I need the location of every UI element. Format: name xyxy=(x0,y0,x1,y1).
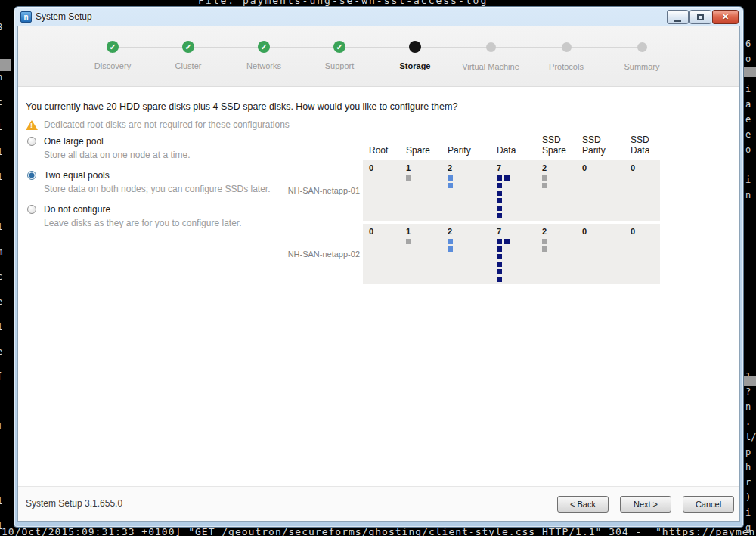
disk-count: 0 xyxy=(369,163,400,174)
version-text: System Setup 3.1.655.0 xyxy=(26,498,122,509)
disk-icon xyxy=(504,239,510,244)
table-row: NH-SAN-netapp-020127200 xyxy=(287,224,660,284)
disk-icon xyxy=(497,269,502,274)
option-description: Leave disks as they are for you to confi… xyxy=(44,218,241,228)
option-description: Store data on both nodes; you can config… xyxy=(44,184,271,194)
option-label[interactable]: Do not configure xyxy=(44,204,241,215)
cancel-button[interactable]: Cancel xyxy=(683,496,734,513)
disk-count: 2 xyxy=(542,227,576,237)
column-header: Root xyxy=(363,131,400,156)
disk-icon xyxy=(497,262,502,267)
disk-count: 1 xyxy=(406,227,442,237)
titlebar[interactable]: n System Setup ✕ xyxy=(17,7,740,26)
radio-two-equal-pools[interactable] xyxy=(27,171,36,180)
node-label: NH-SAN-netapp-02 xyxy=(287,224,363,284)
disk-cell: 2 xyxy=(442,160,491,221)
disk-icon xyxy=(497,198,502,203)
option-two-equal-pools[interactable]: Two equal pools Store data on both nodes… xyxy=(26,170,271,194)
option-description: Store all data on one node at a time. xyxy=(44,150,190,160)
maximize-button[interactable] xyxy=(689,10,711,24)
column-header: SSD Data xyxy=(624,131,660,156)
disk-table-rows: NH-SAN-netapp-010127200NH-SAN-netapp-020… xyxy=(287,160,660,284)
footer-bar: System Setup 3.1.655.0 < Back Next > Can… xyxy=(18,486,739,521)
disk-icon xyxy=(497,191,502,196)
option-label[interactable]: Two equal pools xyxy=(44,170,271,181)
step-label: Discovery xyxy=(94,61,131,70)
disk-table-head: RootSpareParityDataSSD SpareSSD ParitySS… xyxy=(287,131,660,156)
option-label[interactable]: One large pool xyxy=(44,136,190,147)
disk-icon xyxy=(497,277,502,282)
disk-count: 2 xyxy=(448,227,491,237)
step-protocols: Protocols xyxy=(528,26,604,71)
disk-cell: 0 xyxy=(576,224,624,284)
background-selection xyxy=(744,376,756,386)
disk-cell: 7 xyxy=(491,160,536,221)
disk-count: 1 xyxy=(406,163,442,174)
warning-icon xyxy=(26,120,38,130)
disk-icon xyxy=(448,239,453,244)
step-support: ✓Support xyxy=(302,26,377,71)
radio-do-not-configure[interactable] xyxy=(27,205,36,214)
back-button[interactable]: < Back xyxy=(557,496,609,513)
disk-icon xyxy=(542,239,547,244)
disk-icons xyxy=(369,239,400,284)
disk-cell: 0 xyxy=(624,160,660,221)
disk-icon xyxy=(542,183,547,188)
check-icon: ✓ xyxy=(258,41,270,53)
step-cluster: ✓Cluster xyxy=(150,26,226,71)
step-dot-icon xyxy=(409,41,421,53)
disk-cell: 2 xyxy=(536,224,576,284)
step-label: Virtual Machine xyxy=(462,62,519,71)
disk-icons xyxy=(448,175,491,221)
disk-icon xyxy=(542,175,547,181)
app-icon: n xyxy=(20,11,32,23)
disk-cell: 0 xyxy=(576,160,624,221)
disk-icon xyxy=(504,175,510,181)
stepper-steps: ✓Discovery✓Cluster✓Networks✓SupportStora… xyxy=(18,26,739,71)
background-log-left-edge: 8 n c t 1 1 1 m c e 1 e [ 1 1 1 1 xyxy=(0,15,2,536)
background-log-top: File: payments-ung-se-wh-ssl-access-log xyxy=(198,0,488,6)
disk-count: 0 xyxy=(582,227,624,237)
step-storage: Storage xyxy=(377,26,453,71)
step-label: Cluster xyxy=(175,61,202,70)
disk-icon xyxy=(448,175,453,181)
disk-count: 0 xyxy=(631,163,660,174)
background-log-right-edge: 6 o i a e e o i n 1 ? n . t/ p h r ) i g xyxy=(745,36,756,535)
disk-cell: 1 xyxy=(400,224,442,284)
step-networks: ✓Networks xyxy=(226,26,302,71)
step-dot-icon xyxy=(562,42,572,52)
step-dot-icon xyxy=(637,42,647,52)
storage-step-content: You currently have 20 HDD spare disks pl… xyxy=(18,88,739,486)
close-icon: ✕ xyxy=(722,12,729,22)
background-selection xyxy=(0,59,11,71)
disk-cell: 0 xyxy=(624,224,660,284)
step-label: Storage xyxy=(400,61,431,70)
next-button[interactable]: Next > xyxy=(620,496,671,513)
window-body: ✓Discovery✓Cluster✓Networks✓SupportStora… xyxy=(17,26,740,522)
pool-options: One large pool Store all data on one nod… xyxy=(26,136,271,238)
disk-count: 2 xyxy=(542,163,576,174)
step-label: Support xyxy=(325,61,355,70)
disk-icon xyxy=(497,183,502,188)
window-title: System Setup xyxy=(36,11,92,22)
close-button[interactable]: ✕ xyxy=(712,10,739,24)
option-one-large-pool[interactable]: One large pool Store all data on one nod… xyxy=(26,136,271,160)
check-icon: ✓ xyxy=(107,41,119,53)
step-label: Protocols xyxy=(549,62,584,71)
option-do-not-configure[interactable]: Do not configure Leave disks as they are… xyxy=(26,204,271,228)
minimize-button[interactable] xyxy=(667,10,689,24)
disk-count: 0 xyxy=(631,227,660,237)
radio-one-large-pool[interactable] xyxy=(27,137,36,146)
disk-icons xyxy=(406,239,442,284)
column-header: SSD Parity xyxy=(576,131,624,156)
column-header: Spare xyxy=(400,131,442,156)
disk-icon xyxy=(497,246,502,252)
disk-count: 2 xyxy=(448,163,491,174)
warning-message: Dedicated root disks are not required fo… xyxy=(26,119,290,130)
disk-icon xyxy=(497,213,502,218)
disk-icons xyxy=(497,175,536,221)
disk-icon xyxy=(406,175,411,181)
disk-cell: 1 xyxy=(400,160,442,221)
disk-allocation-table: RootSpareParityDataSSD SpareSSD ParitySS… xyxy=(287,131,660,287)
disk-cell: 7 xyxy=(491,224,536,284)
